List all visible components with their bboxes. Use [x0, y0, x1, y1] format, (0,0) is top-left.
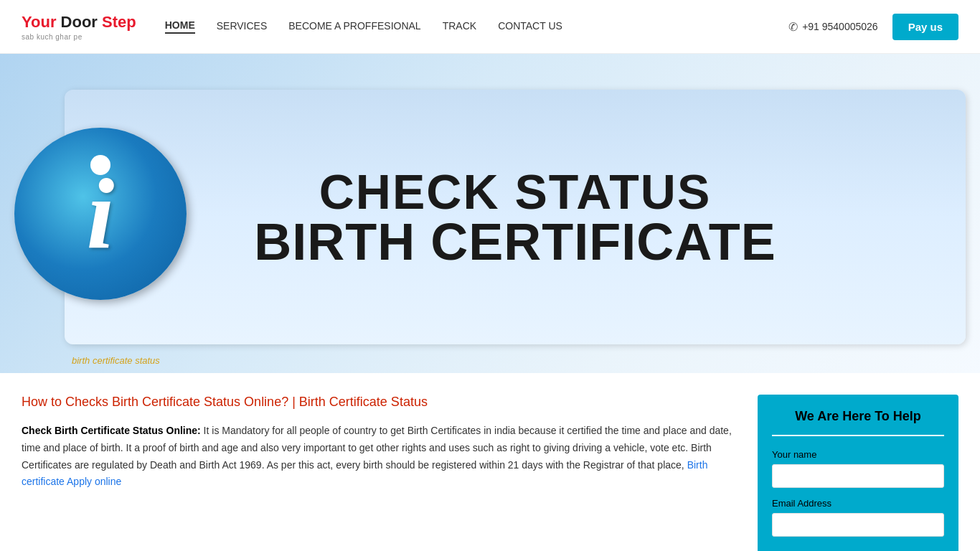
pay-button[interactable]: Pay us: [892, 14, 958, 40]
main-nav: HOME SERVICES BECOME A PROFFESIONAL TRAC…: [165, 19, 788, 34]
name-label: Your name: [772, 449, 944, 460]
article-paragraph: Check Birth Certificate Status Online: I…: [22, 423, 736, 491]
birth-certificate-heading: BIRTH CERTIFICATE: [254, 212, 776, 271]
phone-area: ✆ +91 9540005026: [788, 20, 878, 34]
email-label: Email Address: [772, 498, 944, 509]
phone-number: +91 9540005026: [802, 21, 878, 32]
logo-door: Door: [56, 13, 97, 31]
nav-track[interactable]: TRACK: [443, 20, 476, 33]
phone-icon: ✆: [788, 20, 798, 34]
site-header: Your Door Step sab kuch ghar pe HOME SER…: [0, 0, 980, 54]
article-title: How to Checks Birth Certificate Status O…: [22, 395, 736, 410]
logo-step: Step: [98, 13, 136, 31]
name-input[interactable]: [772, 464, 944, 488]
nav-services[interactable]: SERVICES: [217, 20, 268, 33]
sidebar-divider: [772, 435, 944, 436]
check-status-heading: CHECK STATUS: [319, 164, 712, 220]
email-input[interactable]: [772, 513, 944, 537]
sidebar: We Are Here To Help Your name Email Addr…: [758, 395, 958, 551]
nav-become-professional[interactable]: BECOME A PROFFESIONAL: [288, 20, 420, 33]
banner-caption: birth certificate status: [72, 355, 160, 366]
sidebar-title: We Are Here To Help: [772, 409, 944, 424]
banner-inner: i CHECK STATUS BIRTH CERTIFICATE birth c…: [0, 54, 980, 373]
article-body: Check Birth Certificate Status Online: I…: [22, 423, 736, 491]
info-icon: i: [87, 164, 115, 264]
info-circle: i: [14, 128, 187, 300]
article-bold-intro: Check Birth Certificate Status Online:: [22, 425, 201, 436]
nav-contact[interactable]: CONTACT US: [498, 20, 562, 33]
hero-banner: i CHECK STATUS BIRTH CERTIFICATE birth c…: [0, 54, 980, 373]
header-right: ✆ +91 9540005026 Pay us: [788, 14, 958, 40]
main-content: How to Checks Birth Certificate Status O…: [0, 373, 980, 551]
site-logo: Your Door Step sab kuch ghar pe: [22, 13, 136, 41]
logo-your: Your: [22, 13, 56, 31]
sidebar-card: We Are Here To Help Your name Email Addr…: [758, 395, 958, 551]
banner-content: CHECK STATUS BIRTH CERTIFICATE: [65, 90, 966, 344]
logo-subtitle: sab kuch ghar pe: [22, 33, 136, 41]
email-form-group: Email Address: [772, 498, 944, 537]
name-form-group: Your name: [772, 449, 944, 488]
nav-home[interactable]: HOME: [165, 19, 195, 34]
article-section: How to Checks Birth Certificate Status O…: [22, 395, 736, 551]
